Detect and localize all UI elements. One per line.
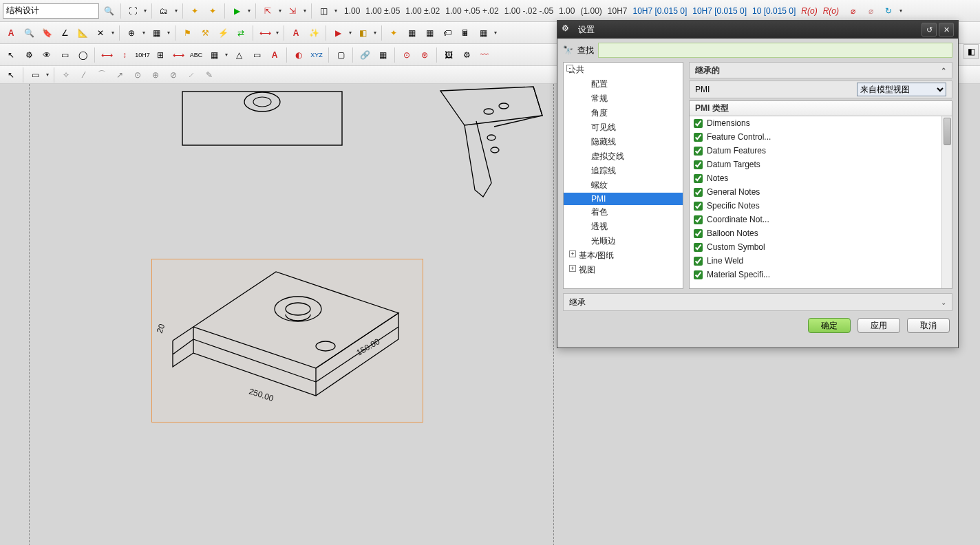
tree-node-常规[interactable]: 常规 xyxy=(564,92,683,106)
dialog-titlebar[interactable]: ⚙ 设置 ↺ ✕ xyxy=(557,21,958,39)
diameter-icon[interactable]: ⌀ xyxy=(844,3,861,19)
grid2-icon[interactable]: ▦ xyxy=(421,25,438,41)
rect-icon[interactable]: ▭ xyxy=(56,47,73,63)
tolerance-label[interactable]: 10H7 [0.015 0] xyxy=(692,6,747,16)
xyz-icon[interactable]: XYZ xyxy=(308,47,325,63)
dim1-icon[interactable]: ⇱ xyxy=(259,3,276,19)
tree-node-角度[interactable]: 角度 xyxy=(564,106,683,120)
close-button[interactable]: ✕ xyxy=(939,23,954,36)
tolerance-label[interactable]: 1.00 xyxy=(344,6,360,16)
tree-node-隐藏线[interactable]: 隐藏线 xyxy=(564,135,683,149)
sheet2-icon[interactable]: ▦ xyxy=(374,47,391,63)
pick-icon[interactable]: ↖ xyxy=(3,47,19,63)
tolerance-label[interactable]: 1.00 ±.02 xyxy=(405,6,440,16)
target-icon[interactable]: ⊕ xyxy=(123,25,140,41)
scope2-icon[interactable]: ⊛ xyxy=(416,47,433,63)
cursor-icon[interactable]: ↖ xyxy=(3,67,19,83)
dim-a-icon[interactable]: ⟷ xyxy=(98,47,115,63)
tree-node-虚拟交线[interactable]: 虚拟交线 xyxy=(564,149,683,164)
table-icon[interactable]: ▦ xyxy=(475,25,491,41)
pmi-type-checkbox[interactable] xyxy=(694,133,703,142)
search-icon[interactable]: 🔍 xyxy=(100,3,117,19)
dialog-search-input[interactable] xyxy=(598,43,952,58)
pmi-type-item[interactable]: Feature Control... xyxy=(690,130,952,144)
pmi-type-item[interactable]: Line Weld xyxy=(690,254,952,268)
tree-node-公共[interactable]: -公共 xyxy=(564,63,683,77)
apply-button[interactable]: 应用 xyxy=(858,318,900,333)
ok-button[interactable]: 确定 xyxy=(808,318,851,333)
win-icon[interactable]: ▭ xyxy=(248,47,265,63)
layers-icon[interactable]: 🗂 xyxy=(156,3,172,19)
bolt-icon[interactable]: ⚡ xyxy=(215,25,231,41)
pmi-type-checkbox[interactable] xyxy=(694,229,703,238)
tolerance-label[interactable]: (1.00) xyxy=(580,6,601,16)
play-icon[interactable]: ▶ xyxy=(330,25,346,41)
pmi-type-checkbox[interactable] xyxy=(694,160,703,169)
angle-icon[interactable]: ∠ xyxy=(56,25,73,41)
pmi-type-item[interactable]: Datum Targets xyxy=(690,158,952,171)
tolerance-label[interactable]: 1.00 -.02 -.05 xyxy=(504,6,553,16)
calc-icon[interactable]: 🖩 xyxy=(457,25,473,41)
pmi-type-item[interactable]: Balloon Notes xyxy=(690,226,952,240)
tolerance-label[interactable]: 1.00 +.05 +.02 xyxy=(445,6,498,16)
line-icon[interactable]: 📐 xyxy=(74,25,91,41)
expand-icon[interactable]: + xyxy=(569,265,576,272)
pmi-type-item[interactable]: Coordinate Not... xyxy=(690,213,952,226)
pmi-type-checkbox[interactable] xyxy=(694,257,703,266)
search-input[interactable] xyxy=(3,3,99,19)
half-icon[interactable]: ◐ xyxy=(290,47,307,63)
gear-icon[interactable]: ⚙ xyxy=(458,47,475,63)
tolerance-label[interactable]: 1.00 ±.05 xyxy=(365,6,400,16)
circle-icon[interactable]: ◯ xyxy=(74,47,91,63)
pmi-source-select[interactable]: 来自模型视图 xyxy=(857,83,946,96)
tree-node-配置[interactable]: 配置 xyxy=(564,77,683,92)
text-icon[interactable]: A xyxy=(3,25,19,41)
dim-c-icon[interactable]: ⟷ xyxy=(170,47,187,63)
refresh-icon[interactable]: ↻ xyxy=(880,3,897,19)
dim-b-icon[interactable]: ↕ xyxy=(116,47,133,63)
rect2-icon[interactable]: ▭ xyxy=(27,67,43,83)
snap7-icon[interactable]: ⊘ xyxy=(165,67,182,83)
zoom-out-icon[interactable]: 🔍 xyxy=(21,25,37,41)
tri-icon[interactable]: △ xyxy=(231,47,247,63)
spark-icon[interactable]: ✨ xyxy=(306,25,322,41)
link-icon[interactable]: 🔗 xyxy=(356,47,373,63)
x-icon[interactable]: ✕ xyxy=(92,25,109,41)
collapse-icon[interactable]: - xyxy=(566,65,573,72)
snap8-icon[interactable]: ⟋ xyxy=(183,67,200,83)
pmi-type-item[interactable]: Material Specifi... xyxy=(690,268,952,281)
tree-node-着色[interactable]: 着色 xyxy=(564,205,683,220)
tree-node-基本/图纸[interactable]: +基本/图纸 xyxy=(564,248,683,263)
box-icon[interactable]: ▢ xyxy=(332,47,349,63)
settings-tree[interactable]: -公共配置常规角度可见线隐藏线虚拟交线追踪线螺纹PMI着色透视光顺边+基本/图纸… xyxy=(563,62,683,289)
inherit-section[interactable]: 继承 ⌄ xyxy=(563,293,952,311)
paint2-icon[interactable]: ✦ xyxy=(204,3,221,19)
img-icon[interactable]: 🖼 xyxy=(440,47,457,63)
tree-node-可见线[interactable]: 可见线 xyxy=(564,120,683,135)
pmi-type-item[interactable]: Custom Symbol xyxy=(690,240,952,254)
list-scrollbar[interactable] xyxy=(941,116,952,288)
snap9-icon[interactable]: ✎ xyxy=(201,67,217,83)
tol-icon[interactable]: 10H7 xyxy=(134,47,151,63)
pmi-type-item[interactable]: Dimensions xyxy=(690,116,952,130)
snap4-icon[interactable]: ↗ xyxy=(111,67,128,83)
tolerance-label[interactable]: 1.00 xyxy=(559,6,575,16)
dim3-icon[interactable]: ⟷ xyxy=(257,25,273,41)
tree-node-追踪线[interactable]: 追踪线 xyxy=(564,164,683,178)
snap1-icon[interactable]: ✧ xyxy=(58,67,74,83)
scope-icon[interactable]: ⊙ xyxy=(398,47,415,63)
pmi-type-item[interactable]: General Notes xyxy=(690,185,952,199)
pmi-type-checkbox[interactable] xyxy=(694,202,703,211)
layers2-icon[interactable]: ▦ xyxy=(148,25,164,41)
badge-icon[interactable]: 🏷 xyxy=(439,25,456,41)
pmi-type-checkbox[interactable] xyxy=(694,188,703,197)
tolerance-label[interactable]: 10 [0.015 0] xyxy=(752,6,796,16)
opt-icon[interactable]: ⚙ xyxy=(21,47,37,63)
chevron-up-icon[interactable]: ⌃ xyxy=(941,67,946,74)
snap2-icon[interactable]: ∕ xyxy=(76,67,92,83)
tree-node-光顺边[interactable]: 光顺边 xyxy=(564,234,683,248)
tolerance-label[interactable]: R(o) xyxy=(801,6,817,16)
section-icon[interactable]: ◫ xyxy=(315,3,332,19)
chevron-down-icon[interactable]: ⌄ xyxy=(941,299,946,306)
wave-icon[interactable]: 〰 xyxy=(476,47,493,63)
